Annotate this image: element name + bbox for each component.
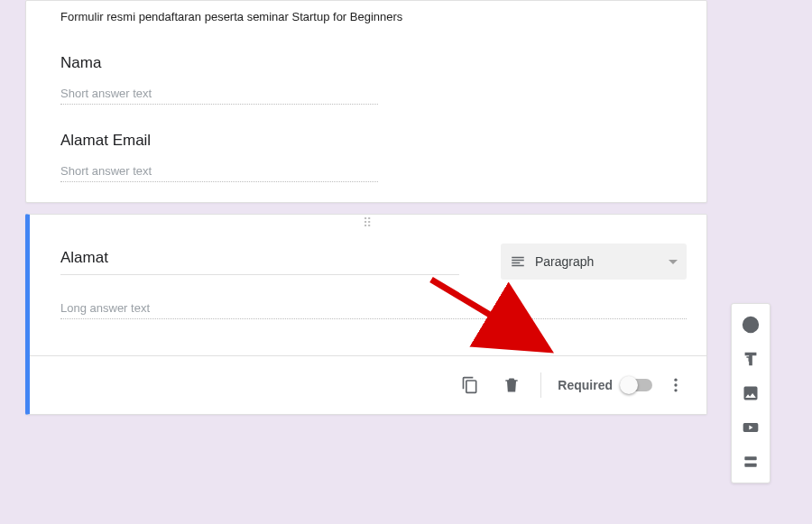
- copy-icon: [461, 376, 479, 394]
- svg-point-0: [674, 379, 677, 382]
- toggle-knob: [620, 376, 638, 394]
- required-toggle[interactable]: [622, 379, 652, 391]
- question-type-dropdown[interactable]: Paragraph: [501, 244, 687, 280]
- chevron-down-icon: [669, 260, 678, 264]
- more-options-button[interactable]: [658, 367, 694, 403]
- side-toolbar: [731, 303, 770, 483]
- short-answer-placeholder: Short answer text: [60, 87, 378, 105]
- svg-rect-4: [744, 464, 756, 467]
- svg-point-2: [674, 389, 677, 391]
- short-answer-placeholder: Short answer text: [60, 164, 378, 182]
- add-section-button[interactable]: [733, 445, 769, 479]
- section-icon: [742, 453, 760, 471]
- question-footer: Required: [30, 355, 706, 414]
- text-icon: [741, 349, 761, 369]
- duplicate-button[interactable]: [452, 367, 488, 403]
- plus-circle-icon: [741, 315, 761, 335]
- editing-question-card[interactable]: ⠿ Paragraph Long answer text Required: [25, 214, 707, 415]
- separator: [540, 372, 541, 398]
- add-title-button[interactable]: [733, 342, 769, 376]
- question-title: Alamat Email: [60, 132, 672, 150]
- trash-icon: [503, 376, 521, 394]
- image-icon: [742, 384, 760, 402]
- add-question-button[interactable]: [733, 308, 769, 342]
- delete-button[interactable]: [494, 367, 530, 403]
- drag-handle-icon[interactable]: ⠿: [30, 215, 706, 231]
- form-header-card[interactable]: Formulir resmi pendaftaran peserta semin…: [25, 0, 707, 203]
- add-video-button[interactable]: [733, 410, 769, 445]
- required-label: Required: [558, 378, 613, 392]
- more-vert-icon: [667, 376, 685, 394]
- long-answer-placeholder: Long answer text: [60, 301, 687, 319]
- question-title: Nama: [60, 54, 672, 72]
- paragraph-icon: [510, 253, 526, 270]
- question-type-label: Paragraph: [535, 254, 660, 269]
- svg-point-1: [674, 383, 677, 386]
- add-image-button[interactable]: [733, 376, 769, 410]
- question-title-input[interactable]: [60, 244, 459, 275]
- form-description: Formulir resmi pendaftaran peserta semin…: [60, 10, 672, 23]
- svg-rect-3: [744, 456, 756, 460]
- video-icon: [742, 418, 760, 437]
